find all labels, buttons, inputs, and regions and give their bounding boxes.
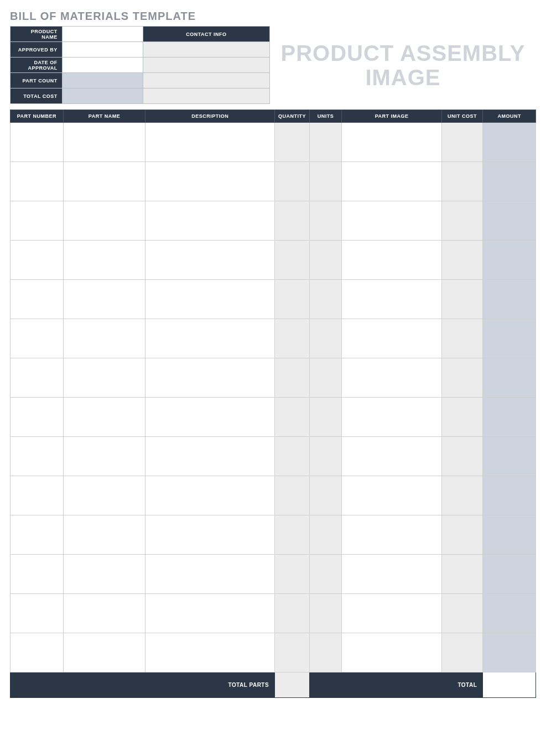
cell-part-name[interactable] — [63, 241, 145, 280]
cell-units[interactable] — [309, 123, 341, 162]
cell-part-number[interactable] — [11, 515, 64, 555]
cell-units[interactable] — [309, 594, 341, 633]
cell-amount[interactable] — [483, 398, 536, 437]
cell-part-name[interactable] — [63, 476, 145, 515]
cell-unit-cost[interactable] — [441, 437, 482, 476]
cell-amount[interactable] — [483, 633, 536, 672]
cell-unit-cost[interactable] — [441, 201, 482, 241]
contact-field-1[interactable] — [143, 42, 269, 58]
cell-amount[interactable] — [483, 437, 536, 476]
cell-description[interactable] — [145, 280, 275, 319]
cell-description[interactable] — [145, 633, 275, 672]
cell-part-name[interactable] — [63, 515, 145, 555]
cell-description[interactable] — [145, 201, 275, 241]
cell-part-name[interactable] — [63, 398, 145, 437]
cell-amount[interactable] — [483, 555, 536, 594]
cell-unit-cost[interactable] — [441, 398, 482, 437]
cell-description[interactable] — [145, 162, 275, 201]
cell-description[interactable] — [145, 241, 275, 280]
cell-description[interactable] — [145, 358, 275, 398]
cell-part-image[interactable] — [342, 280, 442, 319]
cell-part-name[interactable] — [63, 358, 145, 398]
cell-part-image[interactable] — [342, 319, 442, 358]
cell-amount[interactable] — [483, 358, 536, 398]
cell-part-number[interactable] — [11, 555, 64, 594]
part-count-field[interactable] — [62, 73, 143, 88]
cell-units[interactable] — [309, 437, 341, 476]
cell-description[interactable] — [145, 319, 275, 358]
cell-part-number[interactable] — [11, 398, 64, 437]
cell-part-number[interactable] — [11, 437, 64, 476]
cell-quantity[interactable] — [275, 633, 310, 672]
cell-unit-cost[interactable] — [441, 241, 482, 280]
cell-part-image[interactable] — [342, 594, 442, 633]
cell-quantity[interactable] — [275, 201, 310, 241]
cell-quantity[interactable] — [275, 398, 310, 437]
cell-part-name[interactable] — [63, 319, 145, 358]
cell-quantity[interactable] — [275, 515, 310, 555]
cell-amount[interactable] — [483, 201, 536, 241]
cell-quantity[interactable] — [275, 555, 310, 594]
cell-quantity[interactable] — [275, 358, 310, 398]
cell-amount[interactable] — [483, 594, 536, 633]
cell-quantity[interactable] — [275, 123, 310, 162]
cell-unit-cost[interactable] — [441, 162, 482, 201]
cell-part-name[interactable] — [63, 594, 145, 633]
cell-description[interactable] — [145, 476, 275, 515]
cell-units[interactable] — [309, 319, 341, 358]
cell-description[interactable] — [145, 123, 275, 162]
cell-unit-cost[interactable] — [441, 358, 482, 398]
cell-unit-cost[interactable] — [441, 476, 482, 515]
date-approval-field[interactable] — [62, 58, 143, 73]
cell-unit-cost[interactable] — [441, 123, 482, 162]
total-cost-field[interactable] — [62, 88, 143, 104]
product-name-field[interactable] — [62, 27, 143, 42]
cell-units[interactable] — [309, 162, 341, 201]
cell-part-number[interactable] — [11, 162, 64, 201]
cell-part-name[interactable] — [63, 437, 145, 476]
cell-part-number[interactable] — [11, 319, 64, 358]
approved-by-field[interactable] — [62, 42, 143, 58]
cell-part-image[interactable] — [342, 398, 442, 437]
cell-quantity[interactable] — [275, 280, 310, 319]
cell-unit-cost[interactable] — [441, 555, 482, 594]
cell-part-number[interactable] — [11, 123, 64, 162]
cell-amount[interactable] — [483, 123, 536, 162]
cell-description[interactable] — [145, 515, 275, 555]
cell-unit-cost[interactable] — [441, 280, 482, 319]
cell-units[interactable] — [309, 633, 341, 672]
cell-part-image[interactable] — [342, 201, 442, 241]
cell-part-name[interactable] — [63, 633, 145, 672]
cell-unit-cost[interactable] — [441, 594, 482, 633]
cell-units[interactable] — [309, 515, 341, 555]
cell-units[interactable] — [309, 280, 341, 319]
cell-units[interactable] — [309, 476, 341, 515]
cell-part-image[interactable] — [342, 555, 442, 594]
cell-part-image[interactable] — [342, 515, 442, 555]
cell-quantity[interactable] — [275, 162, 310, 201]
cell-units[interactable] — [309, 358, 341, 398]
cell-unit-cost[interactable] — [441, 319, 482, 358]
cell-part-number[interactable] — [11, 594, 64, 633]
cell-part-name[interactable] — [63, 162, 145, 201]
cell-part-image[interactable] — [342, 123, 442, 162]
cell-quantity[interactable] — [275, 476, 310, 515]
cell-part-name[interactable] — [63, 280, 145, 319]
cell-quantity[interactable] — [275, 319, 310, 358]
cell-part-image[interactable] — [342, 358, 442, 398]
cell-part-number[interactable] — [11, 476, 64, 515]
cell-part-number[interactable] — [11, 358, 64, 398]
cell-part-number[interactable] — [11, 633, 64, 672]
cell-amount[interactable] — [483, 162, 536, 201]
cell-amount[interactable] — [483, 241, 536, 280]
cell-amount[interactable] — [483, 515, 536, 555]
cell-part-name[interactable] — [63, 201, 145, 241]
cell-units[interactable] — [309, 201, 341, 241]
cell-description[interactable] — [145, 398, 275, 437]
cell-part-number[interactable] — [11, 241, 64, 280]
cell-quantity[interactable] — [275, 594, 310, 633]
cell-description[interactable] — [145, 437, 275, 476]
assembly-image-placeholder[interactable]: PRODUCT ASSEMBLY IMAGE — [270, 26, 536, 104]
cell-units[interactable] — [309, 398, 341, 437]
cell-quantity[interactable] — [275, 437, 310, 476]
